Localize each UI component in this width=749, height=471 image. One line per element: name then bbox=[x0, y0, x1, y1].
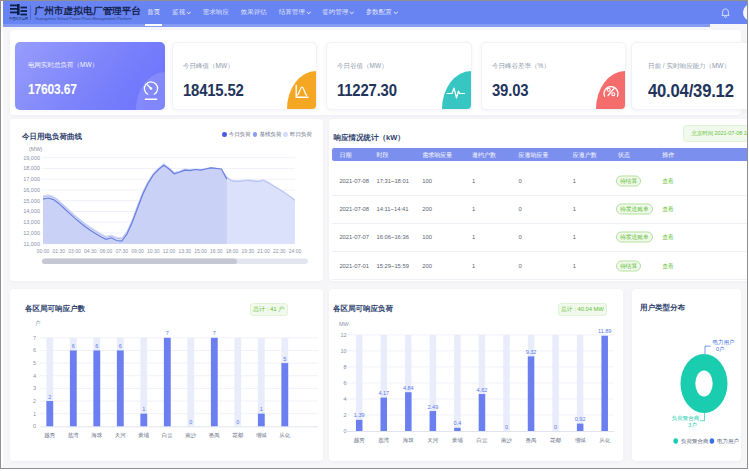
user-avatar[interactable] bbox=[743, 4, 747, 21]
percent-icon bbox=[602, 83, 620, 101]
table-row[interactable]: 2021-07-0814:11~14:41200101待发送账单查看 bbox=[332, 196, 748, 224]
bar[interactable] bbox=[164, 337, 171, 426]
y-axis-label: 6 bbox=[343, 379, 346, 385]
bar[interactable] bbox=[140, 413, 147, 426]
nav-item-7[interactable]: 参数配置 bbox=[360, 1, 404, 24]
legend-dot bbox=[222, 132, 227, 137]
nav-item-3[interactable]: 需求响应 bbox=[197, 1, 235, 24]
nav-item-4[interactable]: 效果评估 bbox=[235, 1, 273, 24]
table-cell: 2021-07-01 bbox=[339, 263, 369, 269]
bar[interactable] bbox=[405, 392, 412, 431]
donut-slice-aggregator[interactable] bbox=[681, 353, 728, 412]
bar[interactable] bbox=[70, 350, 77, 426]
navbar-right-tools bbox=[721, 4, 747, 21]
table-row[interactable]: 2021-07-0817:31~18:01100101待结算查看 bbox=[332, 168, 748, 196]
nav-item-5[interactable]: 结算管理 bbox=[273, 1, 317, 24]
x-axis-label: 海珠 bbox=[403, 437, 415, 444]
table-row[interactable]: 2021-07-0115:29~15:59200101待结算查看 bbox=[332, 252, 748, 280]
y-axis-label: 19,000 bbox=[23, 154, 40, 160]
bar[interactable] bbox=[211, 337, 218, 426]
view-details-link[interactable]: 查看 bbox=[662, 261, 674, 270]
nav-item-label: 监视 bbox=[172, 8, 185, 17]
bar-value-label: 6 bbox=[72, 342, 75, 348]
bar[interactable] bbox=[528, 356, 535, 431]
table-cell: 14:11~14:41 bbox=[377, 206, 409, 212]
table-cell: 15:29~15:59 bbox=[377, 263, 409, 269]
load-curve-title: 今日用电负荷曲线 bbox=[22, 132, 82, 142]
user-type-title: 用户类型分布 bbox=[640, 303, 685, 313]
view-details-link[interactable]: 查看 bbox=[662, 233, 674, 242]
x-axis-label: 00:00 bbox=[37, 247, 50, 253]
x-axis-label: 越秀 bbox=[44, 432, 56, 439]
bar[interactable] bbox=[381, 397, 388, 430]
load-curve-chart[interactable]: 19,00018,00017,00016,00015,00014,00013,0… bbox=[10, 119, 323, 281]
legend-dot bbox=[253, 132, 258, 137]
legend-dot-aggregator[interactable] bbox=[673, 438, 678, 443]
datazoom-selected-range[interactable] bbox=[42, 258, 237, 264]
bar[interactable] bbox=[479, 394, 486, 431]
bar-background bbox=[258, 337, 265, 426]
x-axis-label: 12:00 bbox=[163, 247, 176, 253]
bar-value-label: 0 bbox=[236, 418, 239, 424]
table-header-cell: 状态 bbox=[618, 151, 630, 160]
legend-item-1[interactable]: 今日负荷 bbox=[222, 131, 251, 138]
user-type-chart[interactable]: 电力用户0户负荷聚合商3户负荷聚合商电力用户 bbox=[632, 289, 741, 461]
x-axis-label: 黄埔 bbox=[452, 437, 464, 443]
kpi-section: 电网实时总负荷（MW） 17603.67 今日峰值（MW） 18415.52 bbox=[10, 30, 741, 115]
x-axis-label: 15:00 bbox=[194, 247, 207, 253]
pulse-icon bbox=[446, 83, 466, 101]
response-stats-title: 响应情况统计（kW） bbox=[334, 133, 405, 143]
legend-dot-power-user[interactable] bbox=[710, 438, 715, 443]
nav-item-label: 需求响应 bbox=[203, 8, 229, 17]
bar[interactable] bbox=[93, 350, 100, 426]
kpi-corner-decoration bbox=[442, 71, 471, 109]
bar[interactable] bbox=[281, 363, 288, 426]
bar-value-label: 5 bbox=[283, 355, 286, 361]
bar-background bbox=[454, 334, 461, 430]
nav-item-1[interactable]: 首页 bbox=[141, 1, 166, 24]
table-cell: 1 bbox=[472, 206, 475, 212]
response-table: 日期时段需求响应量邀约户数应邀响应量应邀户数状态操作2021-07-0817:3… bbox=[332, 148, 748, 280]
bar[interactable] bbox=[577, 423, 584, 430]
table-cell: 0 bbox=[519, 234, 522, 240]
bar[interactable] bbox=[46, 401, 53, 426]
table-header-cell: 日期 bbox=[339, 151, 351, 160]
x-axis-label: 白云 bbox=[476, 437, 488, 444]
table-header-cell: 应邀响应量 bbox=[519, 151, 549, 160]
notification-bell-icon[interactable] bbox=[721, 8, 730, 18]
table-row[interactable]: 2021-07-0716:06~16:36100101待发送账单查看 bbox=[332, 224, 748, 252]
bar-value-label: 4.84 bbox=[403, 384, 414, 390]
table-cell: 1 bbox=[472, 178, 475, 184]
brand-logo[interactable]: 中国南方电网 bbox=[8, 4, 29, 21]
y-axis-label: 3 bbox=[33, 385, 36, 391]
today-load-area bbox=[43, 165, 227, 244]
district-load-title: 各区局可响应负荷 bbox=[333, 304, 393, 314]
kpi-label: 日前 / 实时响应能力（MW） bbox=[648, 62, 730, 71]
bar-value-label: 0 bbox=[554, 423, 557, 429]
nav-item-6[interactable]: 签约管理 bbox=[316, 1, 360, 24]
y-axis-unit: MW bbox=[339, 321, 350, 327]
app-title-block: 广州市虚拟电厂管理平台 Guangzhou Virtual Power Plan… bbox=[35, 5, 142, 21]
bar[interactable] bbox=[258, 413, 265, 426]
legend-item-3[interactable]: 昨日负荷 bbox=[283, 131, 312, 138]
donut-count-power-user: 0户 bbox=[716, 345, 725, 351]
dashboard-page: 中国南方电网 广州市虚拟电厂管理平台 Guangzhou Virtual Pow… bbox=[3, 1, 747, 468]
bar[interactable] bbox=[117, 350, 124, 426]
legend-item-2[interactable]: 基线负荷 bbox=[253, 131, 282, 138]
view-details-link[interactable]: 查看 bbox=[662, 205, 674, 214]
bell-curve-chart-icon bbox=[293, 82, 311, 101]
chevron-down-icon bbox=[306, 10, 310, 14]
table-header-row: 日期时段需求响应量邀约户数应邀响应量应邀户数状态操作 bbox=[332, 148, 748, 161]
bar[interactable] bbox=[601, 335, 608, 430]
y-axis-label: 7 bbox=[33, 334, 36, 340]
table-cell: 17:31~18:01 bbox=[377, 178, 409, 184]
bar[interactable] bbox=[356, 419, 363, 430]
bar[interactable] bbox=[430, 411, 437, 431]
kpi-value: 17603.67 bbox=[28, 81, 77, 97]
nav-item-2[interactable]: 监视 bbox=[166, 1, 197, 24]
view-details-link[interactable]: 查看 bbox=[662, 177, 674, 186]
bar[interactable] bbox=[454, 427, 461, 430]
bar-value-label: 4.62 bbox=[477, 386, 488, 392]
chevron-down-icon bbox=[393, 10, 397, 14]
x-axis-label: 黄埔 bbox=[138, 432, 150, 438]
